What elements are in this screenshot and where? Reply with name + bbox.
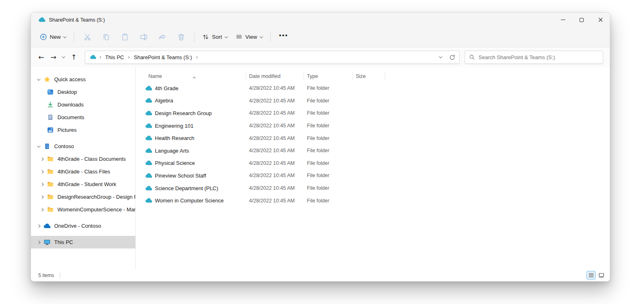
search-input[interactable] — [479, 54, 599, 60]
chevron-down-icon — [62, 55, 65, 58]
folder-icon — [46, 155, 54, 163]
recent-locations-button[interactable] — [60, 51, 68, 63]
chevron-down-icon[interactable] — [35, 142, 43, 151]
file-type: File folder — [304, 173, 353, 178]
sidebar-item-label: Documents — [57, 114, 84, 120]
share-button[interactable] — [153, 30, 172, 44]
file-type: File folder — [304, 160, 353, 166]
rename-button[interactable] — [134, 30, 153, 44]
sidebar-item-4thgrade-class-documents[interactable]: 4thGrade - Class Documents — [31, 153, 135, 165]
new-button[interactable]: New — [36, 30, 70, 44]
paste-button[interactable] — [115, 30, 134, 44]
file-date-modified: 4/28/2022 10:45 AM — [246, 135, 304, 141]
file-type: File folder — [304, 148, 353, 153]
column-header-size[interactable]: Size — [353, 73, 385, 79]
chevron-right-icon[interactable] — [38, 168, 46, 176]
drive-cloud-icon — [90, 54, 96, 60]
address-dropdown-button[interactable] — [435, 51, 446, 63]
file-date-modified: 4/28/2022 10:45 AM — [246, 160, 304, 166]
desktop-icon — [46, 88, 54, 96]
see-more-button[interactable]: ••• — [274, 30, 293, 44]
maximize-button[interactable] — [572, 13, 591, 27]
star-icon — [43, 75, 51, 84]
expander-spacer — [38, 88, 46, 96]
sort-arrows-icon — [202, 33, 209, 40]
forward-button[interactable]: → — [47, 51, 60, 63]
sidebar-item-downloads[interactable]: Downloads — [31, 98, 135, 111]
chevron-right-icon[interactable] — [38, 180, 46, 189]
copy-button[interactable] — [97, 30, 115, 44]
sidebar-item-label: OneDrive - Contoso — [54, 223, 101, 229]
chevron-right-icon[interactable] — [38, 206, 46, 214]
view-button[interactable]: View — [232, 30, 267, 44]
chevron-right-icon[interactable] — [35, 222, 43, 230]
new-button-label: New — [50, 34, 61, 40]
refresh-icon — [449, 54, 455, 60]
expander-spacer — [38, 101, 46, 109]
file-pane: Name Date modified Type Size 4th Grade4/… — [136, 67, 610, 269]
table-row[interactable]: Science Department (PLC)4/28/2022 10:45 … — [136, 182, 610, 195]
file-name: Algebra — [155, 98, 173, 104]
sidebar-item-designresearchgroup-design-resea[interactable]: DesignResearchGroup - Design Resea — [31, 191, 135, 203]
expander-spacer — [38, 113, 46, 122]
cut-button[interactable] — [78, 30, 97, 44]
close-button[interactable] — [591, 13, 610, 27]
details-view-toggle[interactable] — [587, 271, 595, 280]
sidebar-item-4thgrade-class-files[interactable]: 4thGrade - Class Files — [31, 165, 135, 178]
sidebar-item-womenincomputerscience-manage[interactable]: WomeninComputerScience - Manage — [31, 203, 135, 216]
sidebar-item-documents[interactable]: Documents — [31, 111, 135, 124]
table-row[interactable]: Pineview School Staff4/28/2022 10:45 AMF… — [136, 169, 610, 182]
table-row[interactable]: Physical Science4/28/2022 10:45 AMFile f… — [136, 157, 610, 170]
sidebar-item-pictures[interactable]: Pictures — [31, 124, 135, 136]
sidebar-item-label: Pictures — [57, 127, 77, 133]
chevron-down-icon[interactable] — [35, 75, 43, 84]
chevron-right-icon[interactable] — [38, 155, 46, 163]
content-view-icon — [599, 273, 604, 278]
address-bar[interactable]: › This PC › SharePoint & Teams (S:) › — [85, 51, 460, 64]
table-row[interactable]: 4th Grade4/28/2022 10:45 AMFile folder — [136, 82, 610, 95]
delete-button[interactable] — [172, 30, 190, 44]
sidebar-item-4thgrade-student-work[interactable]: 4thGrade - Student Work — [31, 178, 135, 191]
sidebar-item-desktop[interactable]: Desktop — [31, 86, 135, 98]
column-header-date-modified[interactable]: Date modified — [246, 73, 304, 79]
file-date-modified: 4/28/2022 10:45 AM — [246, 148, 304, 153]
file-name: Pineview School Staff — [155, 173, 206, 179]
file-date-modified: 4/28/2022 10:45 AM — [246, 123, 304, 129]
cloud-folder-icon — [145, 172, 152, 179]
table-row[interactable]: Engineering 1014/28/2022 10:45 AMFile fo… — [136, 120, 610, 132]
cloud-folder-icon — [145, 147, 152, 154]
file-type: File folder — [304, 198, 353, 204]
table-row[interactable]: Design Research Group4/28/2022 10:45 AMF… — [136, 107, 610, 120]
sort-button[interactable]: Sort — [198, 30, 232, 44]
sort-button-label: Sort — [212, 34, 222, 40]
breadcrumb-this-pc[interactable]: This PC — [104, 53, 125, 61]
breadcrumb-separator-icon: › — [99, 54, 101, 60]
minimize-button[interactable] — [554, 13, 572, 27]
cloud-folder-icon — [145, 160, 152, 166]
chevron-right-icon[interactable] — [38, 193, 46, 201]
cut-icon — [84, 33, 91, 41]
table-row[interactable]: Women in Computer Science4/28/2022 10:45… — [136, 194, 610, 207]
sidebar-item-contoso[interactable]: Contoso — [31, 140, 135, 153]
back-button[interactable]: ← — [35, 51, 47, 63]
toolbar-divider — [74, 32, 74, 42]
cloud-folder-icon — [145, 135, 152, 142]
search-box[interactable] — [465, 51, 603, 64]
content-view-toggle[interactable] — [597, 271, 606, 280]
table-row[interactable]: Algebra4/28/2022 10:45 AMFile folder — [136, 95, 610, 107]
table-row[interactable]: Health Research4/28/2022 10:45 AMFile fo… — [136, 132, 610, 144]
up-button[interactable]: ↑ — [68, 51, 80, 63]
sidebar-item-this-pc[interactable]: This PC — [31, 236, 135, 249]
column-header-name[interactable]: Name — [136, 73, 246, 79]
sidebar-item-label: Contoso — [54, 143, 74, 149]
sidebar-item-quick-access[interactable]: Quick access — [31, 73, 135, 86]
sidebar-item-label: This PC — [54, 239, 73, 245]
up-arrow-icon: ↑ — [71, 53, 77, 61]
breadcrumb-current-drive[interactable]: SharePoint & Teams (S:) — [133, 53, 193, 61]
sidebar-item-onedrive-contoso[interactable]: OneDrive - Contoso — [31, 220, 135, 232]
downloads-icon — [46, 101, 54, 109]
chevron-right-icon[interactable] — [35, 238, 43, 246]
column-header-type[interactable]: Type — [304, 73, 353, 79]
table-row[interactable]: Language Arts4/28/2022 10:45 AMFile fold… — [136, 144, 610, 157]
refresh-button[interactable] — [446, 51, 458, 63]
